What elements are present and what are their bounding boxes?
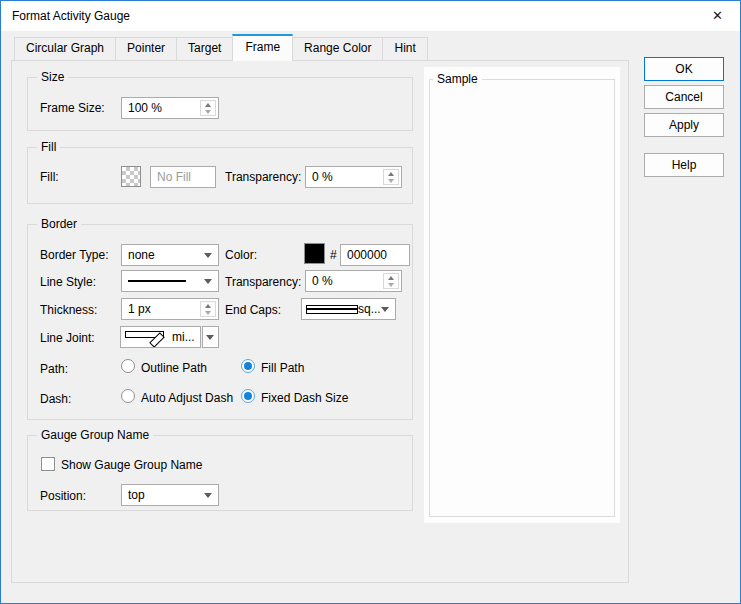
fixed-dash-size-radio-label[interactable]: Fixed Dash Size bbox=[261, 391, 348, 406]
border-color-label: Color: bbox=[225, 248, 257, 263]
end-caps-value: sq... bbox=[358, 302, 381, 316]
frame-size-spinner[interactable]: 100 % bbox=[121, 97, 219, 119]
tab-hint[interactable]: Hint bbox=[382, 37, 427, 60]
line-style-label: Line Style: bbox=[40, 275, 96, 290]
border-group: Border Border Type: none Color: # 000000… bbox=[27, 224, 413, 420]
tab-pointer[interactable]: Pointer bbox=[115, 37, 177, 60]
spin-down-icon[interactable] bbox=[205, 110, 211, 114]
thickness-spinner[interactable]: 1 px bbox=[121, 298, 219, 320]
fill-transparency-label: Transparency: bbox=[225, 170, 301, 185]
cancel-button[interactable]: Cancel bbox=[644, 85, 724, 109]
size-group: Size Frame Size: 100 % bbox=[27, 77, 413, 131]
frame-size-spin-buttons[interactable] bbox=[200, 100, 216, 116]
frame-size-value: 100 % bbox=[128, 101, 162, 115]
fill-transparency-value: 0 % bbox=[312, 170, 333, 184]
chevron-down-icon bbox=[206, 335, 214, 340]
end-caps-dropdown[interactable]: sq... bbox=[301, 298, 396, 320]
solid-line-icon bbox=[128, 280, 186, 282]
fill-group-legend: Fill bbox=[37, 140, 60, 155]
ok-button[interactable]: OK bbox=[644, 57, 724, 81]
border-type-value: none bbox=[128, 248, 155, 262]
titlebar: Format Activity Gauge ✕ bbox=[1, 1, 740, 31]
thickness-spin-buttons[interactable] bbox=[200, 301, 216, 317]
fixed-dash-size-radio[interactable] bbox=[241, 389, 255, 403]
chevron-down-icon bbox=[204, 493, 212, 498]
square-cap-icon bbox=[306, 305, 358, 314]
border-type-dropdown[interactable]: none bbox=[121, 244, 219, 266]
chevron-down-icon bbox=[204, 279, 212, 284]
miter-joint-icon bbox=[124, 327, 172, 347]
dialog-title: Format Activity Gauge bbox=[12, 1, 130, 31]
fill-label: Fill: bbox=[40, 170, 59, 185]
line-joint-dropdown[interactable]: mi... bbox=[120, 326, 201, 348]
border-color-hash: # bbox=[330, 248, 337, 263]
sample-group-legend: Sample bbox=[433, 72, 482, 86]
position-dropdown[interactable]: top bbox=[121, 484, 219, 506]
border-transparency-spin-buttons[interactable] bbox=[383, 273, 399, 289]
border-transparency-value: 0 % bbox=[312, 274, 333, 288]
line-style-dropdown[interactable] bbox=[121, 270, 219, 292]
tabstrip: Circular Graph Pointer Target Frame Rang… bbox=[14, 34, 427, 60]
line-joint-value: mi... bbox=[172, 330, 195, 344]
chevron-down-icon bbox=[204, 253, 212, 258]
outline-path-radio-label[interactable]: Outline Path bbox=[141, 361, 207, 376]
outline-path-radio[interactable] bbox=[121, 359, 135, 373]
path-label: Path: bbox=[40, 362, 68, 377]
border-color-hex-value: 000000 bbox=[347, 248, 387, 262]
thickness-label: Thickness: bbox=[40, 303, 97, 318]
border-type-label: Border Type: bbox=[40, 248, 108, 263]
border-transparency-spinner[interactable]: 0 % bbox=[305, 270, 402, 292]
border-color-swatch[interactable] bbox=[304, 243, 325, 264]
sample-panel: Sample bbox=[424, 67, 620, 523]
spin-up-icon[interactable] bbox=[205, 103, 211, 107]
gauge-group-name-legend: Gauge Group Name bbox=[37, 428, 153, 443]
spin-up-icon[interactable] bbox=[205, 304, 211, 308]
frame-size-label: Frame Size: bbox=[40, 101, 105, 116]
border-color-hex-input[interactable]: 000000 bbox=[340, 244, 410, 266]
position-value: top bbox=[128, 488, 145, 502]
chevron-down-icon bbox=[381, 307, 389, 312]
auto-adjust-dash-radio-label[interactable]: Auto Adjust Dash bbox=[141, 391, 233, 406]
fill-path-radio[interactable] bbox=[241, 359, 255, 373]
end-caps-label: End Caps: bbox=[225, 303, 281, 318]
close-icon[interactable]: ✕ bbox=[695, 1, 740, 31]
tab-target[interactable]: Target bbox=[176, 37, 233, 60]
gauge-group-name-group: Gauge Group Name Show Gauge Group Name P… bbox=[27, 435, 413, 511]
tab-circular-graph[interactable]: Circular Graph bbox=[14, 37, 116, 60]
border-transparency-label: Transparency: bbox=[225, 275, 301, 290]
format-activity-gauge-dialog: Format Activity Gauge ✕ Circular Graph P… bbox=[0, 0, 741, 604]
fill-transparency-spin-buttons[interactable] bbox=[383, 169, 399, 185]
tab-frame[interactable]: Frame bbox=[232, 34, 293, 61]
position-label: Position: bbox=[40, 489, 86, 504]
frame-tab-panel: Size Frame Size: 100 % Fill Fill: No Fil… bbox=[11, 60, 629, 583]
size-group-legend: Size bbox=[37, 70, 68, 85]
spin-down-icon[interactable] bbox=[205, 311, 211, 315]
spin-up-icon[interactable] bbox=[388, 172, 394, 176]
sample-group-border bbox=[429, 79, 615, 517]
spin-up-icon[interactable] bbox=[388, 276, 394, 280]
dash-label: Dash: bbox=[40, 392, 71, 407]
fill-value: No Fill bbox=[157, 170, 191, 184]
border-group-legend: Border bbox=[37, 217, 81, 232]
fill-value-input[interactable]: No Fill bbox=[150, 166, 216, 188]
tab-range-color[interactable]: Range Color bbox=[292, 37, 383, 60]
fill-group: Fill Fill: No Fill Transparency: 0 % bbox=[27, 147, 413, 204]
spin-down-icon[interactable] bbox=[388, 283, 394, 287]
thickness-value: 1 px bbox=[128, 302, 151, 316]
line-joint-label: Line Joint: bbox=[40, 331, 95, 346]
fill-transparency-spinner[interactable]: 0 % bbox=[305, 166, 402, 188]
fill-path-radio-label[interactable]: Fill Path bbox=[261, 361, 304, 376]
spin-down-icon[interactable] bbox=[388, 179, 394, 183]
show-gauge-group-name-label[interactable]: Show Gauge Group Name bbox=[61, 458, 202, 473]
fill-swatch-button[interactable] bbox=[121, 166, 141, 187]
auto-adjust-dash-radio[interactable] bbox=[121, 389, 135, 403]
apply-button[interactable]: Apply bbox=[644, 113, 724, 137]
show-gauge-group-name-checkbox[interactable] bbox=[41, 457, 55, 471]
help-button[interactable]: Help bbox=[644, 153, 724, 177]
line-joint-arrow-button[interactable] bbox=[202, 326, 219, 348]
